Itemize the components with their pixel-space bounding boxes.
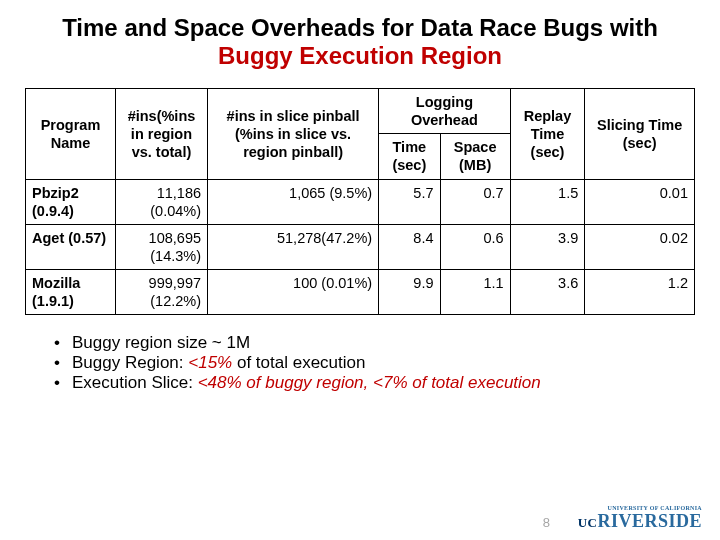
cell-slice: 0.01: [585, 179, 695, 224]
cell-ins: 11,186 (0.04%): [115, 179, 207, 224]
cell-log-space: 0.6: [440, 224, 510, 269]
title-prefix: Time and Space Overheads for Data Race B…: [62, 14, 658, 41]
cell-log-space: 0.7: [440, 179, 510, 224]
table-row: Pbzip2 (0.9.4) 11,186 (0.04%) 1,065 (9.5…: [26, 179, 695, 224]
note-text: Buggy Region:: [72, 353, 188, 372]
cell-ins: 108,695 (14.3%): [115, 224, 207, 269]
cell-pinball: 1,065 (9.5%): [208, 179, 379, 224]
col-log-time: Time (sec): [379, 134, 440, 179]
note-text: Buggy region size ~ 1M: [72, 333, 250, 352]
ucr-logo: UNIVERSITY OF CALIFORNIA UCRIVERSIDE: [578, 507, 702, 532]
logo-uc: UC: [578, 515, 598, 530]
col-replay: Replay Time (sec): [510, 89, 585, 180]
col-ins: #ins(%ins in region vs. total): [115, 89, 207, 180]
note-highlight: <48% of buggy region: [198, 373, 364, 392]
cell-replay: 1.5: [510, 179, 585, 224]
note-highlight: <7%: [373, 373, 412, 392]
note-text: of total execution: [237, 353, 366, 372]
cell-program: Pbzip2 (0.9.4): [26, 179, 116, 224]
cell-log-time: 8.4: [379, 224, 440, 269]
note-item: Execution Slice: <48% of buggy region, <…: [54, 373, 720, 393]
cell-log-time: 9.9: [379, 270, 440, 315]
cell-replay: 3.6: [510, 270, 585, 315]
cell-log-time: 5.7: [379, 179, 440, 224]
cell-program: Aget (0.57): [26, 224, 116, 269]
table-row: Aget (0.57) 108,695 (14.3%) 51,278(47.2%…: [26, 224, 695, 269]
cell-pinball: 51,278(47.2%): [208, 224, 379, 269]
cell-slice: 0.02: [585, 224, 695, 269]
col-logging: Logging Overhead: [379, 89, 511, 134]
logo-riverside: RIVERSIDE: [597, 511, 702, 531]
cell-program: Mozilla (1.9.1): [26, 270, 116, 315]
cell-log-space: 1.1: [440, 270, 510, 315]
col-slice: Slicing Time (sec): [585, 89, 695, 180]
cell-slice: 1.2: [585, 270, 695, 315]
col-pinball: #ins in slice pinball (%ins in slice vs.…: [208, 89, 379, 180]
col-log-space: Space (MB): [440, 134, 510, 179]
cell-ins: 999,997 (12.2%): [115, 270, 207, 315]
note-item: Buggy region size ~ 1M: [54, 333, 720, 353]
note-text: ,: [364, 373, 373, 392]
table-row: Mozilla (1.9.1) 999,997 (12.2%) 100 (0.0…: [26, 270, 695, 315]
table-header-row-1: Program Name #ins(%ins in region vs. tot…: [26, 89, 695, 134]
note-text: Execution Slice:: [72, 373, 198, 392]
note-highlight: <15%: [188, 353, 237, 372]
cell-pinball: 100 (0.01%): [208, 270, 379, 315]
notes-list: Buggy region size ~ 1M Buggy Region: <15…: [54, 333, 720, 393]
overhead-table: Program Name #ins(%ins in region vs. tot…: [25, 88, 695, 315]
col-program: Program Name: [26, 89, 116, 180]
cell-replay: 3.9: [510, 224, 585, 269]
slide-title: Time and Space Overheads for Data Race B…: [0, 0, 720, 74]
note-text: of total execution: [412, 373, 541, 392]
note-item: Buggy Region: <15% of total execution: [54, 353, 720, 373]
title-highlight: Buggy Execution Region: [218, 42, 502, 69]
slide-number: 8: [543, 515, 550, 530]
